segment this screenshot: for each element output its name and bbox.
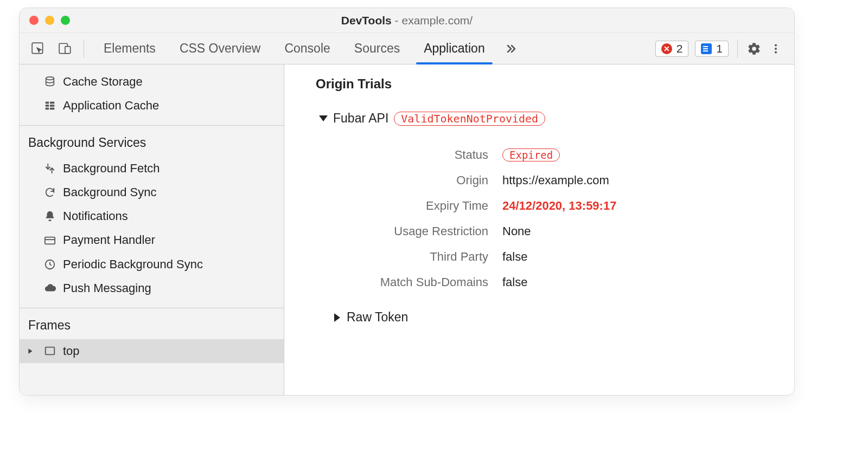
sidebar-item-frame-top[interactable]: top: [20, 339, 284, 363]
inspect-element-icon[interactable]: [27, 38, 49, 60]
sidebar-item-notifications[interactable]: Notifications: [20, 204, 284, 228]
svg-point-4: [775, 47, 777, 49]
svg-point-6: [46, 77, 54, 80]
database-icon: [43, 76, 56, 88]
trial-name: Fubar API: [333, 111, 388, 126]
disclosure-triangle-down-icon[interactable]: [319, 115, 328, 121]
window-title: DevTools - example.com/: [20, 14, 794, 27]
grid-icon: [43, 100, 56, 112]
toolbar-separator: [84, 40, 84, 58]
close-window-button[interactable]: [29, 16, 39, 25]
app-body: Cache Storage Application Cache Backgrou…: [20, 64, 794, 395]
svg-rect-16: [46, 347, 55, 354]
traffic-lights: [20, 16, 70, 25]
tab-css-overview[interactable]: CSS Overview: [168, 33, 273, 64]
error-count-badge[interactable]: ✕ 2: [655, 41, 689, 57]
fetch-icon: [43, 163, 56, 174]
sidebar-item-label: Background Fetch: [63, 159, 160, 178]
field-label-status: Status: [334, 148, 502, 162]
window-title-app: DevTools: [341, 14, 392, 27]
toolbar-separator-right: [737, 40, 738, 58]
sidebar-item-label: Background Sync: [63, 183, 156, 202]
trial-header-row[interactable]: Fubar API ValidTokenNotProvided: [319, 111, 773, 126]
sidebar-item-label: Payment Handler: [63, 231, 155, 249]
field-value-expiry: 24/12/2020, 13:59:17: [502, 199, 616, 213]
sidebar-item-label: Application Cache: [63, 96, 159, 115]
issues-count-badge[interactable]: 1: [695, 41, 729, 57]
field-label-origin: Origin: [334, 173, 502, 188]
disclosure-triangle-icon[interactable]: [27, 348, 36, 354]
disclosure-triangle-right-icon[interactable]: [334, 313, 340, 322]
svg-rect-12: [50, 108, 54, 110]
origin-trials-panel: Origin Trials Fubar API ValidTokenNotPro…: [284, 64, 794, 395]
raw-token-label: Raw Token: [347, 310, 408, 325]
sidebar-item-label: Notifications: [63, 207, 128, 225]
svg-rect-11: [50, 105, 54, 107]
window-title-sep: -: [392, 14, 402, 27]
field-value-third-party: false: [502, 250, 527, 264]
svg-point-3: [775, 44, 777, 46]
error-icon: ✕: [661, 43, 672, 54]
tab-application[interactable]: Application: [412, 33, 497, 64]
tab-elements[interactable]: Elements: [92, 33, 168, 64]
sidebar-item-periodic-background-sync[interactable]: Periodic Background Sync: [20, 253, 284, 276]
minimize-window-button[interactable]: [45, 16, 54, 25]
error-count: 2: [676, 42, 683, 55]
clock-icon: [43, 258, 56, 270]
sidebar-item-application-cache[interactable]: Application Cache: [20, 94, 284, 118]
sidebar-section-background-services: Background Services: [20, 126, 284, 157]
tab-console[interactable]: Console: [272, 33, 342, 64]
sync-icon: [43, 186, 56, 198]
sidebar-item-label: Push Messaging: [63, 279, 151, 298]
issues-count: 1: [716, 42, 723, 55]
more-options-button[interactable]: [765, 38, 787, 60]
trial-details-table: Status Expired Origin https://example.co…: [334, 142, 773, 295]
bell-icon: [43, 210, 56, 222]
svg-rect-10: [50, 102, 54, 104]
field-value-subdomains: false: [502, 275, 527, 289]
panel-heading: Origin Trials: [316, 76, 773, 92]
sidebar-item-label: top: [63, 342, 80, 360]
devtools-window: DevTools - example.com/ Elements CSS Ove…: [19, 8, 795, 396]
cloud-icon: [43, 282, 56, 294]
frame-icon: [43, 345, 56, 357]
settings-button[interactable]: [743, 38, 765, 60]
sidebar-item-background-fetch[interactable]: Background Fetch: [20, 157, 284, 180]
kebab-icon: [770, 43, 782, 55]
device-toolbar-icon[interactable]: [54, 38, 76, 60]
application-sidebar: Cache Storage Application Cache Backgrou…: [20, 64, 284, 395]
svg-rect-8: [46, 105, 49, 107]
sidebar-section-frames: Frames: [20, 308, 284, 339]
svg-rect-7: [46, 102, 49, 104]
raw-token-toggle[interactable]: Raw Token: [334, 310, 773, 325]
field-value-usage: None: [502, 224, 531, 238]
more-tabs-button[interactable]: [497, 33, 525, 64]
devtools-toolbar: Elements CSS Overview Console Sources Ap…: [20, 33, 794, 64]
sidebar-item-label: Periodic Background Sync: [63, 255, 203, 274]
field-value-status: Expired: [502, 148, 560, 162]
field-label-subdomains: Match Sub-Domains: [334, 275, 502, 289]
sidebar-item-payment-handler[interactable]: Payment Handler: [20, 228, 284, 252]
svg-rect-2: [65, 46, 71, 53]
svg-rect-9: [46, 108, 49, 110]
svg-point-5: [775, 51, 777, 53]
issues-icon: [701, 43, 712, 54]
svg-rect-13: [45, 237, 55, 244]
field-label-usage: Usage Restriction: [334, 224, 502, 238]
sidebar-item-label: Cache Storage: [63, 73, 143, 91]
token-status-pill: ValidTokenNotProvided: [394, 112, 545, 126]
field-value-origin: https://example.com: [502, 173, 609, 188]
field-label-third-party: Third Party: [334, 250, 502, 264]
field-label-expiry: Expiry Time: [334, 199, 502, 213]
titlebar: DevTools - example.com/: [20, 8, 794, 33]
window-title-url: example.com/: [401, 14, 473, 27]
chevron-double-right-icon: [505, 42, 518, 55]
sidebar-item-background-sync[interactable]: Background Sync: [20, 180, 284, 204]
tab-sources[interactable]: Sources: [342, 33, 412, 64]
sidebar-item-push-messaging[interactable]: Push Messaging: [20, 276, 284, 300]
sidebar-item-cache-storage[interactable]: Cache Storage: [20, 70, 284, 94]
gear-icon: [747, 42, 761, 56]
credit-card-icon: [43, 235, 56, 247]
maximize-window-button[interactable]: [61, 16, 70, 25]
